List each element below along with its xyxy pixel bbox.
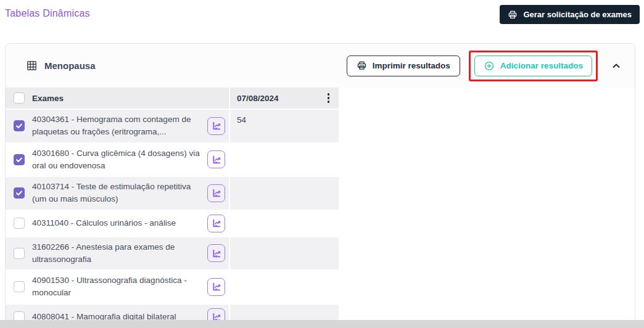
line-chart-icon[interactable] xyxy=(207,215,225,232)
exam-label: 40301680 - Curva glicêmica (4 dosagens) … xyxy=(32,147,204,173)
table-row: 40304361 - Hemograma com contagem de pla… xyxy=(6,110,339,144)
result-cell xyxy=(229,177,337,210)
page: Tabelas Dinâmicas Gerar solicitação de e… xyxy=(0,0,644,328)
table-row: 40103714 - Teste de estimulação repetiti… xyxy=(6,177,339,211)
print-results-label: Imprimir resultados xyxy=(373,61,450,70)
select-all-checkbox[interactable] xyxy=(14,92,25,104)
exam-label: 31602266 - Anestesia para exames de ultr… xyxy=(32,241,204,266)
row-checkbox[interactable] xyxy=(14,187,25,199)
collapse-panel-button[interactable] xyxy=(613,64,620,68)
table-body: 40304361 - Hemograma com contagem de pla… xyxy=(6,110,339,328)
exams-table: Exames 07/08/2024 40304361 - Hemograma c… xyxy=(6,88,339,328)
result-cell xyxy=(229,211,337,236)
panel-header: Menopausa Imprimir resultados xyxy=(6,44,635,88)
menopausa-panel: Menopausa Imprimir resultados xyxy=(5,43,635,328)
table-header-row: Exames 07/08/2024 xyxy=(6,88,339,110)
row-checkbox[interactable] xyxy=(14,248,25,259)
red-highlight-annotation: Adicionar resultados xyxy=(469,51,598,81)
row-checkbox[interactable] xyxy=(14,120,25,131)
table-grid-icon xyxy=(26,60,38,72)
result-cell xyxy=(229,237,337,270)
printer-icon xyxy=(508,10,518,20)
exam-cell: 40103714 - Teste de estimulação repetiti… xyxy=(6,177,229,210)
panel-actions: Imprimir resultados Adicionar resultados xyxy=(347,51,622,81)
line-chart-icon[interactable] xyxy=(207,117,225,135)
exam-cell: 40304361 - Hemograma com contagem de pla… xyxy=(6,110,229,142)
line-chart-icon[interactable] xyxy=(207,244,225,262)
exam-cell: 31602266 - Anestesia para exames de ultr… xyxy=(6,237,229,270)
add-results-button[interactable]: Adicionar resultados xyxy=(474,55,592,76)
horizontal-scrollbar-track xyxy=(0,320,644,328)
printer-icon xyxy=(357,60,367,71)
generate-exam-request-button[interactable]: Gerar solicitação de exames xyxy=(500,5,640,24)
exam-cell: 40901530 - Ultrassonografia diagnóstica … xyxy=(6,271,229,303)
exams-column-label: Exames xyxy=(32,94,64,103)
table-row: 40311040 - Cálculos urinários - análise xyxy=(6,211,339,237)
exam-cell: 40311040 - Cálculos urinários - análise xyxy=(6,211,229,236)
exam-cell: 40301680 - Curva glicêmica (4 dosagens) … xyxy=(6,144,229,176)
line-chart-icon[interactable] xyxy=(207,150,225,168)
add-results-label: Adicionar resultados xyxy=(500,61,583,70)
exam-result-value: 54 xyxy=(237,110,246,125)
result-cell xyxy=(229,144,337,176)
page-title: Tabelas Dinâmicas xyxy=(5,8,90,19)
table-row: 40901530 - Ultrassonografia diagnóstica … xyxy=(6,271,339,305)
plus-circle-icon xyxy=(484,60,495,72)
date-header-cell: 07/08/2024 xyxy=(229,88,337,109)
line-chart-icon[interactable] xyxy=(207,278,225,296)
chevron-up-icon xyxy=(613,64,620,68)
table-row: 31602266 - Anestesia para exames de ultr… xyxy=(6,237,339,271)
row-checkbox[interactable] xyxy=(14,281,25,292)
row-checkbox[interactable] xyxy=(14,218,25,229)
exam-label: 40304361 - Hemograma com contagem de pla… xyxy=(32,113,204,139)
generate-exam-request-label: Gerar solicitação de exames xyxy=(523,10,632,19)
result-cell: 54 xyxy=(229,110,337,142)
result-cell xyxy=(229,271,337,303)
date-column-label: 07/08/2024 xyxy=(237,94,279,103)
exam-label: 40311040 - Cálculos urinários - análise xyxy=(32,217,204,229)
panel-title: Menopausa xyxy=(44,60,96,71)
column-menu-kebab-icon[interactable] xyxy=(326,90,332,106)
panel-title-group: Menopausa xyxy=(26,60,96,72)
table-row: 40301680 - Curva glicêmica (4 dosagens) … xyxy=(6,144,339,178)
exam-label: 40901530 - Ultrassonografia diagnóstica … xyxy=(32,274,204,300)
row-checkbox[interactable] xyxy=(14,154,25,165)
print-results-button[interactable]: Imprimir resultados xyxy=(347,55,460,76)
line-chart-icon[interactable] xyxy=(207,184,225,202)
exams-header-cell: Exames xyxy=(6,88,229,109)
exam-label: 40103714 - Teste de estimulação repetiti… xyxy=(32,181,204,206)
